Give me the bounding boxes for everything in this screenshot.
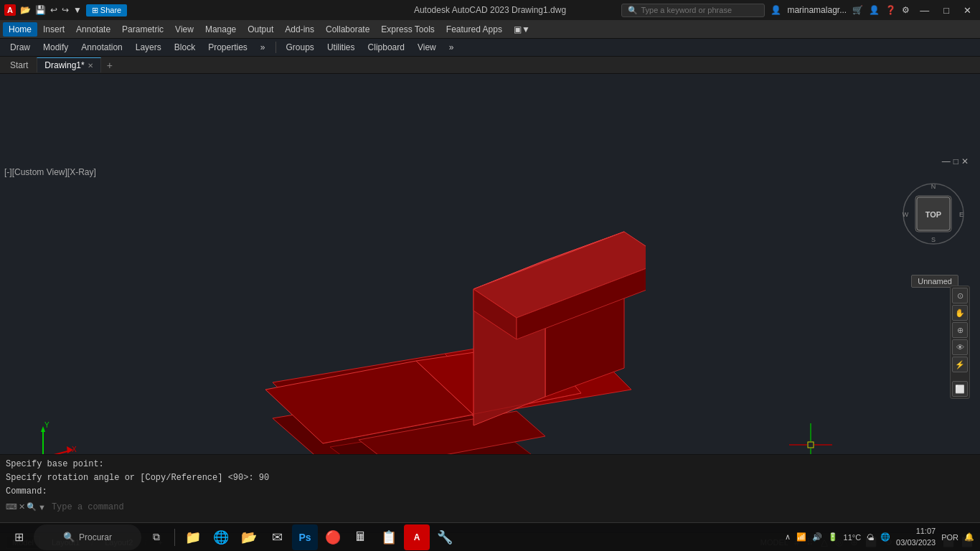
nav-sep bbox=[952, 374, 968, 380]
share-icon: ⊞ bbox=[92, 6, 98, 15]
task-view-button[interactable]: ⧉ bbox=[143, 524, 169, 550]
command-input-field[interactable] bbox=[49, 501, 974, 514]
menu-extra[interactable]: ▣▼ bbox=[508, 22, 536, 37]
ribbon-groups[interactable]: Groups bbox=[281, 41, 320, 54]
close-drawing-tab[interactable]: ✕ bbox=[88, 62, 93, 70]
pan-tool[interactable]: ✋ bbox=[952, 305, 968, 321]
viewport-close[interactable]: ✕ bbox=[961, 156, 969, 166]
menu-manage[interactable]: Manage bbox=[199, 22, 242, 37]
ribbon-view[interactable]: View bbox=[412, 41, 442, 54]
taskbar-up-arrow[interactable]: ∧ bbox=[785, 532, 791, 542]
menu-view[interactable]: View bbox=[169, 22, 199, 37]
svg-text:TOP: TOP bbox=[925, 210, 941, 219]
taskbar-sticky[interactable]: 📋 bbox=[376, 524, 402, 550]
autocad-logo: A bbox=[4, 4, 16, 16]
taskbar-calculator[interactable]: 🖩 bbox=[348, 524, 374, 550]
toolbar-open[interactable]: 📂 bbox=[20, 5, 31, 15]
titlebar-left: A 📂 💾 ↩ ↪ ▼ ⊞ Share bbox=[4, 4, 127, 17]
taskbar-mail[interactable]: ✉ bbox=[264, 524, 290, 550]
ribbon-clipboard[interactable]: Clipboard bbox=[362, 41, 410, 54]
user-profile-icon[interactable]: 👤 bbox=[869, 5, 880, 15]
toolbar-redo[interactable]: ↪ bbox=[62, 5, 69, 15]
network-icon[interactable]: 🌐 bbox=[880, 532, 890, 542]
viewport-label[interactable]: [-][Custom View][X-Ray] bbox=[4, 167, 96, 177]
taskbar-edge[interactable]: 🌐 bbox=[208, 524, 234, 550]
notification-icon[interactable]: 🔔 bbox=[964, 532, 974, 542]
wifi-icon[interactable]: 📶 bbox=[796, 532, 806, 542]
minimize-button[interactable]: — bbox=[915, 4, 933, 17]
windows-logo-icon: ⊞ bbox=[14, 530, 24, 544]
command-dropdown-icon[interactable]: ▼ bbox=[38, 503, 46, 512]
command-history: Specify base point: Specify rotation ang… bbox=[6, 458, 974, 499]
taskbar-filezilla[interactable]: 🔧 bbox=[432, 524, 458, 550]
taskbar-files[interactable]: 📂 bbox=[236, 524, 262, 550]
settings-icon[interactable]: ⚙ bbox=[902, 5, 910, 15]
titlebar-right: 🔍 👤 marinamalagr... 🛒 👤 ❓ ⚙ — □ ✕ bbox=[621, 4, 976, 17]
fullscreen-tool[interactable]: ⬜ bbox=[952, 381, 968, 397]
command-line3: Command: bbox=[6, 485, 974, 499]
toolbar-save[interactable]: 💾 bbox=[35, 5, 46, 15]
taskbar-explorer[interactable]: 📁 bbox=[180, 524, 206, 550]
menu-addins[interactable]: Add-ins bbox=[279, 22, 320, 37]
look-tool[interactable]: 👁 bbox=[952, 339, 968, 355]
menu-insert[interactable]: Insert bbox=[37, 22, 70, 37]
cart-icon[interactable]: 🛒 bbox=[852, 5, 863, 15]
viewport-minimize[interactable]: — bbox=[942, 156, 951, 166]
view-cube[interactable]: TOP N S W E bbox=[901, 182, 958, 239]
ribbon-sep1 bbox=[275, 42, 276, 53]
viewport-restore[interactable]: □ bbox=[953, 156, 958, 166]
orbit-tool[interactable]: ⊙ bbox=[952, 288, 968, 303]
walk-tool[interactable]: ⚡ bbox=[952, 357, 968, 372]
taskbar-separator bbox=[174, 529, 175, 546]
ribbon-layers[interactable]: Layers bbox=[130, 41, 167, 54]
svg-text:X: X bbox=[72, 446, 77, 453]
ribbon-more2[interactable]: » bbox=[443, 41, 460, 54]
share-button[interactable]: ⊞ Share bbox=[86, 4, 127, 17]
menu-express-tools[interactable]: Express Tools bbox=[375, 22, 440, 37]
menu-collaborate[interactable]: Collaborate bbox=[320, 22, 375, 37]
start-tab[interactable]: Start bbox=[3, 58, 35, 72]
ribbon-annotation[interactable]: Annotation bbox=[75, 41, 128, 54]
taskbar-autocad[interactable]: A bbox=[404, 524, 430, 550]
menu-home[interactable]: Home bbox=[3, 22, 37, 37]
taskbar-right: ∧ 📶 🔊 🔋 11°C 🌤 🌐 11:07 03/03/2023 POR 🔔 bbox=[785, 526, 974, 548]
search-taskbar-button[interactable]: 🔍 Procurar bbox=[34, 524, 141, 550]
help-icon[interactable]: ❓ bbox=[885, 5, 896, 15]
battery-icon[interactable]: 🔋 bbox=[828, 532, 838, 542]
menu-output[interactable]: Output bbox=[242, 22, 279, 37]
menu-parametric[interactable]: Parametric bbox=[116, 22, 169, 37]
language-label[interactable]: POR bbox=[941, 533, 958, 542]
toolbar-undo[interactable]: ↩ bbox=[50, 5, 57, 15]
svg-text:Y: Y bbox=[44, 421, 50, 429]
taskbar-photoshop[interactable]: Ps bbox=[292, 524, 318, 550]
windows-start-button[interactable]: ⊞ bbox=[6, 524, 32, 550]
taskbar-chrome[interactable]: 🔴 bbox=[320, 524, 346, 550]
maximize-button[interactable]: □ bbox=[939, 4, 953, 17]
ribbon-more1[interactable]: » bbox=[255, 41, 271, 54]
toolbar-dropdown[interactable]: ▼ bbox=[73, 5, 82, 15]
temperature-display: 11°C bbox=[844, 533, 862, 542]
command-line1: Specify base point: bbox=[6, 458, 974, 471]
3d-shape-svg bbox=[215, 167, 646, 468]
drawing1-tab[interactable]: Drawing1* ✕ bbox=[37, 57, 100, 72]
ribbon-draw[interactable]: Draw bbox=[4, 41, 36, 54]
new-tab-button[interactable]: + bbox=[103, 58, 117, 72]
command-search-icon[interactable]: 🔍 bbox=[27, 502, 37, 512]
ribbon-block[interactable]: Block bbox=[169, 41, 201, 54]
menu-bar: Home Insert Annotate Parametric View Man… bbox=[0, 20, 980, 39]
command-kbd-icon[interactable]: ⌨ bbox=[6, 502, 17, 512]
menu-featured-apps[interactable]: Featured Apps bbox=[440, 22, 508, 37]
ribbon-modify[interactable]: Modify bbox=[37, 41, 74, 54]
user-name[interactable]: marinamalagr... bbox=[787, 5, 847, 15]
view-cube-svg: TOP N S W E bbox=[901, 182, 966, 246]
menu-annotate[interactable]: Annotate bbox=[70, 22, 116, 37]
speaker-icon[interactable]: 🔊 bbox=[812, 532, 822, 542]
ribbon-utilities[interactable]: Utilities bbox=[321, 41, 361, 54]
ribbon-properties[interactable]: Properties bbox=[202, 41, 253, 54]
close-button[interactable]: ✕ bbox=[959, 4, 976, 17]
search-box[interactable]: 🔍 bbox=[621, 4, 765, 17]
command-x-icon[interactable]: ✕ bbox=[19, 502, 25, 512]
search-input[interactable] bbox=[641, 6, 755, 14]
zoom-tool[interactable]: ⊕ bbox=[952, 322, 968, 338]
main-content: [-][Custom View][X-Ray] — □ ✕ bbox=[0, 74, 980, 551]
